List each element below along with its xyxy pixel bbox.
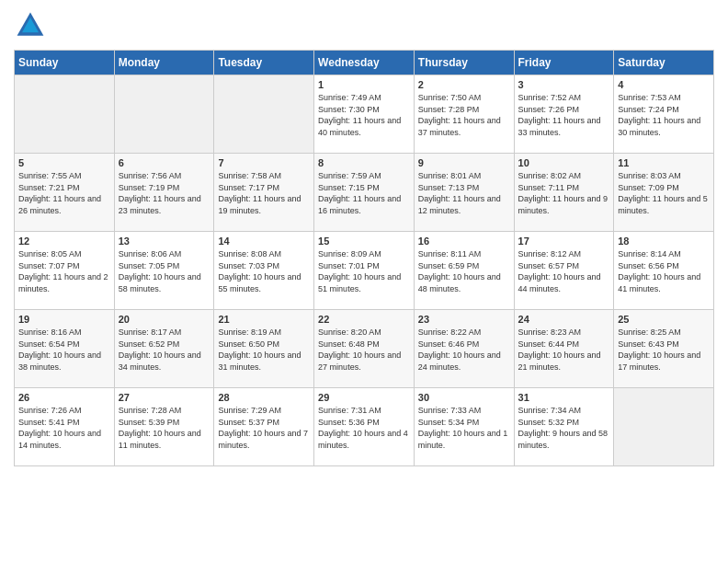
day-number: 3	[518, 79, 610, 90]
day-info: Sunrise: 7:29 AMSunset: 5:37 PMDaylight:…	[218, 405, 310, 451]
logo-icon	[14, 9, 47, 42]
day-cell: 26 Sunrise: 7:26 AMSunset: 5:41 PMDaylig…	[15, 388, 115, 466]
day-number: 5	[18, 157, 110, 168]
day-cell: 15 Sunrise: 8:09 AMSunset: 7:01 PMDaylig…	[314, 232, 415, 310]
day-number: 14	[218, 236, 310, 247]
day-number: 27	[119, 392, 210, 403]
day-number: 9	[418, 157, 510, 168]
day-cell: 3 Sunrise: 7:52 AMSunset: 7:26 PMDayligh…	[514, 75, 614, 154]
day-number: 31	[518, 392, 610, 403]
day-number: 10	[518, 157, 610, 168]
day-number: 6	[119, 157, 210, 168]
day-cell: 17 Sunrise: 8:12 AMSunset: 6:57 PMDaylig…	[514, 232, 614, 310]
day-cell: 11 Sunrise: 8:03 AMSunset: 7:09 PMDaylig…	[614, 154, 714, 232]
day-info: Sunrise: 7:59 AMSunset: 7:15 PMDaylight:…	[318, 170, 410, 216]
day-info: Sunrise: 8:05 AMSunset: 7:07 PMDaylight:…	[18, 248, 110, 294]
day-cell: 27 Sunrise: 7:28 AMSunset: 5:39 PMDaylig…	[114, 388, 214, 466]
day-info: Sunrise: 7:58 AMSunset: 7:17 PMDaylight:…	[218, 170, 310, 216]
header-saturday: Saturday	[614, 51, 714, 75]
day-info: Sunrise: 7:49 AMSunset: 7:30 PMDaylight:…	[318, 92, 410, 138]
day-number: 20	[119, 314, 210, 325]
header-sunday: Sunday	[15, 51, 115, 75]
day-info: Sunrise: 8:03 AMSunset: 7:09 PMDaylight:…	[618, 170, 710, 216]
day-cell: 13 Sunrise: 8:06 AMSunset: 7:05 PMDaylig…	[114, 232, 214, 310]
day-number: 21	[218, 314, 310, 325]
day-info: Sunrise: 8:09 AMSunset: 7:01 PMDaylight:…	[318, 248, 410, 294]
day-number: 26	[18, 392, 110, 403]
day-cell: 8 Sunrise: 7:59 AMSunset: 7:15 PMDayligh…	[314, 154, 415, 232]
day-cell: 31 Sunrise: 7:34 AMSunset: 5:32 PMDaylig…	[514, 388, 614, 466]
day-info: Sunrise: 8:16 AMSunset: 6:54 PMDaylight:…	[18, 327, 110, 373]
header-tuesday: Tuesday	[214, 51, 314, 75]
calendar-table: SundayMondayTuesdayWednesdayThursdayFrid…	[14, 50, 714, 466]
day-cell: 12 Sunrise: 8:05 AMSunset: 7:07 PMDaylig…	[15, 232, 115, 310]
day-info: Sunrise: 8:20 AMSunset: 6:48 PMDaylight:…	[318, 327, 410, 373]
day-info: Sunrise: 8:08 AMSunset: 7:03 PMDaylight:…	[218, 248, 310, 294]
day-cell: 22 Sunrise: 8:20 AMSunset: 6:48 PMDaylig…	[314, 310, 415, 388]
day-cell	[214, 75, 314, 154]
day-cell: 24 Sunrise: 8:23 AMSunset: 6:44 PMDaylig…	[514, 310, 614, 388]
day-info: Sunrise: 7:52 AMSunset: 7:26 PMDaylight:…	[518, 92, 610, 138]
day-cell: 21 Sunrise: 8:19 AMSunset: 6:50 PMDaylig…	[214, 310, 314, 388]
day-number: 12	[18, 236, 110, 247]
day-number: 28	[218, 392, 310, 403]
day-number: 13	[119, 236, 210, 247]
day-info: Sunrise: 8:25 AMSunset: 6:43 PMDaylight:…	[618, 327, 710, 373]
day-info: Sunrise: 7:33 AMSunset: 5:34 PMDaylight:…	[418, 405, 510, 451]
day-info: Sunrise: 7:26 AMSunset: 5:41 PMDaylight:…	[18, 405, 110, 451]
header-monday: Monday	[114, 51, 214, 75]
day-number: 2	[418, 79, 510, 90]
header-row: SundayMondayTuesdayWednesdayThursdayFrid…	[15, 51, 714, 75]
day-info: Sunrise: 7:55 AMSunset: 7:21 PMDaylight:…	[18, 170, 110, 216]
day-number: 16	[418, 236, 510, 247]
day-number: 25	[618, 314, 710, 325]
day-cell: 1 Sunrise: 7:49 AMSunset: 7:30 PMDayligh…	[314, 75, 415, 154]
day-info: Sunrise: 8:11 AMSunset: 6:59 PMDaylight:…	[418, 248, 510, 294]
day-number: 18	[618, 236, 710, 247]
day-cell: 29 Sunrise: 7:31 AMSunset: 5:36 PMDaylig…	[314, 388, 415, 466]
day-cell	[114, 75, 214, 154]
day-info: Sunrise: 8:01 AMSunset: 7:13 PMDaylight:…	[418, 170, 510, 216]
day-cell	[614, 388, 714, 466]
day-info: Sunrise: 8:22 AMSunset: 6:46 PMDaylight:…	[418, 327, 510, 373]
day-info: Sunrise: 7:56 AMSunset: 7:19 PMDaylight:…	[119, 170, 210, 216]
day-number: 17	[518, 236, 610, 247]
week-row-3: 12 Sunrise: 8:05 AMSunset: 7:07 PMDaylig…	[15, 232, 714, 310]
day-cell: 25 Sunrise: 8:25 AMSunset: 6:43 PMDaylig…	[614, 310, 714, 388]
week-row-5: 26 Sunrise: 7:26 AMSunset: 5:41 PMDaylig…	[15, 388, 714, 466]
day-cell: 18 Sunrise: 8:14 AMSunset: 6:56 PMDaylig…	[614, 232, 714, 310]
week-row-4: 19 Sunrise: 8:16 AMSunset: 6:54 PMDaylig…	[15, 310, 714, 388]
day-cell: 28 Sunrise: 7:29 AMSunset: 5:37 PMDaylig…	[214, 388, 314, 466]
day-number: 11	[618, 157, 710, 168]
day-info: Sunrise: 8:12 AMSunset: 6:57 PMDaylight:…	[518, 248, 610, 294]
day-info: Sunrise: 7:28 AMSunset: 5:39 PMDaylight:…	[119, 405, 210, 451]
day-info: Sunrise: 7:53 AMSunset: 7:24 PMDaylight:…	[618, 92, 710, 138]
day-info: Sunrise: 8:23 AMSunset: 6:44 PMDaylight:…	[518, 327, 610, 373]
day-cell: 9 Sunrise: 8:01 AMSunset: 7:13 PMDayligh…	[414, 154, 514, 232]
day-cell	[15, 75, 115, 154]
day-info: Sunrise: 7:31 AMSunset: 5:36 PMDaylight:…	[318, 405, 410, 451]
day-info: Sunrise: 8:02 AMSunset: 7:11 PMDaylight:…	[518, 170, 610, 216]
logo	[14, 9, 51, 42]
day-number: 24	[518, 314, 610, 325]
day-cell: 4 Sunrise: 7:53 AMSunset: 7:24 PMDayligh…	[614, 75, 714, 154]
day-number: 8	[318, 157, 410, 168]
day-cell: 5 Sunrise: 7:55 AMSunset: 7:21 PMDayligh…	[15, 154, 115, 232]
day-number: 23	[418, 314, 510, 325]
day-number: 29	[318, 392, 410, 403]
day-number: 15	[318, 236, 410, 247]
day-info: Sunrise: 7:34 AMSunset: 5:32 PMDaylight:…	[518, 405, 610, 451]
page-header	[14, 9, 714, 42]
day-number: 30	[418, 392, 510, 403]
day-info: Sunrise: 8:06 AMSunset: 7:05 PMDaylight:…	[119, 248, 210, 294]
day-cell: 30 Sunrise: 7:33 AMSunset: 5:34 PMDaylig…	[414, 388, 514, 466]
day-cell: 10 Sunrise: 8:02 AMSunset: 7:11 PMDaylig…	[514, 154, 614, 232]
day-cell: 23 Sunrise: 8:22 AMSunset: 6:46 PMDaylig…	[414, 310, 514, 388]
week-row-1: 1 Sunrise: 7:49 AMSunset: 7:30 PMDayligh…	[15, 75, 714, 154]
header-wednesday: Wednesday	[314, 51, 415, 75]
day-number: 4	[618, 79, 710, 90]
header-thursday: Thursday	[414, 51, 514, 75]
day-cell: 16 Sunrise: 8:11 AMSunset: 6:59 PMDaylig…	[414, 232, 514, 310]
day-cell: 6 Sunrise: 7:56 AMSunset: 7:19 PMDayligh…	[114, 154, 214, 232]
day-number: 19	[18, 314, 110, 325]
